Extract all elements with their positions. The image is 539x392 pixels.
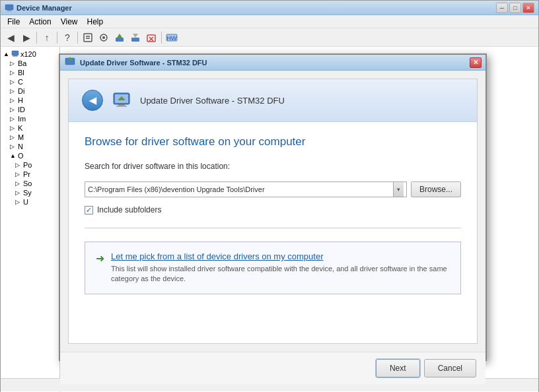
expand-icon: ▷ <box>10 88 17 94</box>
menu-file[interactable]: File <box>3 16 24 27</box>
tree-label-di: Di <box>18 87 24 95</box>
tree-item-di[interactable]: ▷ Di <box>1 86 59 96</box>
dialog-header-title: Update Driver Software - STM32 DFU <box>140 96 285 106</box>
include-subfolders-label: Include subfolders <box>97 205 161 214</box>
dialog-footer: Next Cancel <box>60 352 485 384</box>
tree-label-o: O <box>18 152 24 160</box>
rollback-button[interactable] <box>128 30 143 45</box>
tree-item-root[interactable]: ▲ x120 <box>1 49 59 59</box>
expand-icon: ▲ <box>3 51 10 57</box>
expand-icon: ▷ <box>15 189 22 196</box>
dialog-close-button[interactable]: ✕ <box>470 57 482 68</box>
expand-icon: ▷ <box>10 143 17 150</box>
menu-view[interactable]: View <box>57 16 82 27</box>
search-label: Search for driver software in this locat… <box>85 162 461 171</box>
properties-button[interactable] <box>81 30 95 45</box>
tree-item-m[interactable]: ▷ M <box>1 133 59 142</box>
pick-content: Let me pick from a list of device driver… <box>111 251 450 284</box>
computer-icon <box>11 50 19 58</box>
up-button[interactable]: ↑ <box>40 30 54 45</box>
tree-item-c[interactable]: ▷ C <box>1 77 59 86</box>
menu-action[interactable]: Action <box>25 16 55 27</box>
expand-icon: ▷ <box>10 97 17 104</box>
browse-button[interactable]: Browse... <box>411 181 461 197</box>
expand-icon: ▷ <box>10 79 17 85</box>
svg-rect-24 <box>118 104 125 106</box>
menu-help[interactable]: Help <box>83 16 108 27</box>
include-subfolders-checkbox[interactable] <box>85 206 93 214</box>
tree-label-bl: Bl <box>18 69 24 77</box>
tree-item-po[interactable]: ▷ Po <box>1 160 59 170</box>
path-combobox[interactable]: C:\Program Files (x86)\devention Upgrade… <box>85 181 407 197</box>
uninstall-button[interactable] <box>144 30 159 45</box>
expand-icon: ▷ <box>10 115 17 122</box>
back-button[interactable]: ◀ <box>3 30 18 45</box>
toolbar-sep-3 <box>77 32 78 44</box>
tree-item-n[interactable]: ▷ N <box>1 142 59 151</box>
scan-button[interactable] <box>96 30 111 45</box>
tree-label-u: U <box>23 198 28 206</box>
toolbar-sep-2 <box>57 32 57 44</box>
svg-rect-18 <box>13 55 17 56</box>
pick-arrow-icon: ➜ <box>96 252 104 265</box>
tree-label-ba: Ba <box>18 59 26 67</box>
device-manager-window: Device Manager ─ □ ✕ File Action View He… <box>0 0 539 392</box>
tree-label-so: So <box>23 180 32 187</box>
svg-rect-17 <box>12 51 18 55</box>
update-driver-button[interactable] <box>112 30 127 45</box>
cancel-button[interactable]: Cancel <box>424 359 476 377</box>
dialog-title-text: Update Driver Software - STM32 DFU <box>80 59 207 67</box>
tree-item-pr[interactable]: ▷ Pr <box>1 170 59 179</box>
tree-item-im[interactable]: ▷ Im <box>1 114 59 123</box>
pick-description: This list will show installed driver sof… <box>111 264 450 284</box>
tree-label-po: Po <box>23 161 32 169</box>
checkbox-row: Include subfolders <box>85 205 461 214</box>
next-button[interactable]: Next <box>376 359 420 377</box>
pick-title[interactable]: Let me pick from a list of device driver… <box>111 251 450 261</box>
tree-label-sy: Sy <box>23 189 32 197</box>
expand-icon: ▷ <box>10 106 17 113</box>
svg-rect-3 <box>84 34 92 42</box>
svg-rect-25 <box>116 106 127 107</box>
divider <box>85 228 461 228</box>
tree-item-u[interactable]: ▷ U <box>1 197 59 207</box>
expand-icon: ▷ <box>15 162 22 168</box>
pick-from-list-section[interactable]: ➜ Let me pick from a list of device driv… <box>85 242 461 294</box>
maximize-button[interactable]: □ <box>509 3 521 13</box>
tree-item-h[interactable]: ▷ H <box>1 96 59 105</box>
window-title: Device Manager <box>17 4 72 12</box>
dialog-header-area: ◀ Update Driver Software - STM32 DFU <box>69 79 477 122</box>
tree-label-m: M <box>18 133 24 141</box>
tree-item-bl[interactable]: ▷ Bl <box>1 68 59 77</box>
path-value: C:\Program Files (x86)\devention Upgrade… <box>88 185 393 193</box>
tree-item-ba[interactable]: ▷ Ba <box>1 59 59 68</box>
svg-rect-1 <box>7 10 11 11</box>
forward-button[interactable]: ▶ <box>19 30 34 45</box>
expand-icon: ▷ <box>10 69 17 76</box>
device-manager-icon <box>5 3 14 13</box>
expand-icon: ▲ <box>10 152 17 159</box>
expand-icon: ▷ <box>15 199 22 205</box>
path-row: C:\Program Files (x86)\devention Upgrade… <box>85 181 461 197</box>
dialog-title-left: Update Driver Software - STM32 DFU <box>64 57 207 69</box>
dialog-back-button[interactable]: ◀ <box>82 90 103 111</box>
tree-item-k[interactable]: ▷ K <box>1 123 59 133</box>
help-button[interactable]: ? <box>60 30 75 45</box>
path-dropdown-arrow[interactable]: ▾ <box>393 182 404 197</box>
monitor-icon <box>112 91 131 110</box>
tree-label-id: ID <box>18 106 25 114</box>
add-hardware-button[interactable]: HW <box>164 30 179 45</box>
tree-label-k: K <box>18 124 22 132</box>
minimize-button[interactable]: ─ <box>496 3 508 13</box>
tree-item-o[interactable]: ▲ O <box>1 151 59 160</box>
toolbar-sep-4 <box>161 32 162 44</box>
svg-rect-2 <box>7 11 12 11</box>
expand-icon: ▷ <box>10 134 17 141</box>
svg-point-7 <box>102 36 105 39</box>
tree-item-sy[interactable]: ▷ Sy <box>1 188 59 197</box>
tree-item-id[interactable]: ▷ ID <box>1 105 59 114</box>
close-button[interactable]: ✕ <box>522 3 534 13</box>
toolbar: ◀ ▶ ↑ ? HW <box>1 28 538 47</box>
tree-item-so[interactable]: ▷ So <box>1 179 59 188</box>
title-bar: Device Manager ─ □ ✕ <box>1 1 538 15</box>
